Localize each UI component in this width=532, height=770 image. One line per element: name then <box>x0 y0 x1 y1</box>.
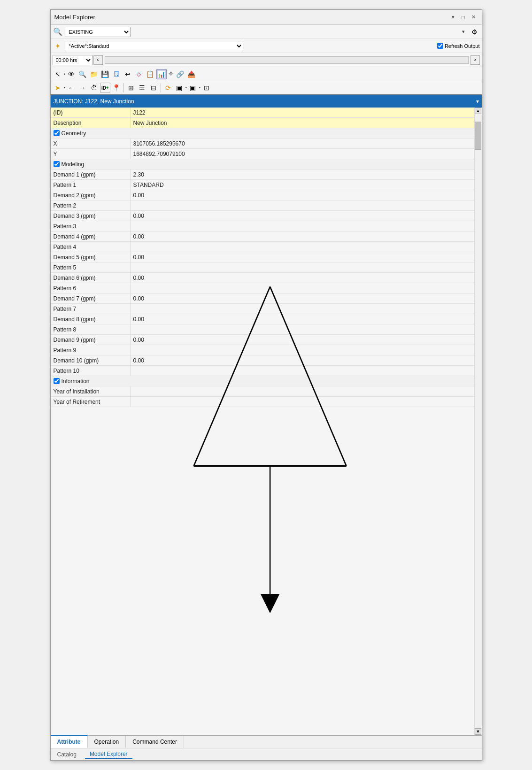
history-icon[interactable]: ⏱ <box>89 83 99 93</box>
prop-label: Pattern 7 <box>51 304 131 314</box>
scroll-up-button[interactable]: ▲ <box>475 108 481 114</box>
link-icon[interactable]: 🔗 <box>175 69 185 79</box>
time-slider[interactable] <box>105 56 469 64</box>
prop-label: Demand 3 (gpm) <box>51 211 131 221</box>
prop-label: Pattern 4 <box>51 242 131 252</box>
table-row: Information <box>51 376 474 386</box>
scrollbar[interactable]: ▲ ▼ <box>474 108 482 735</box>
id-label: ID <box>101 85 106 91</box>
prop-value <box>131 397 474 407</box>
prop-label: Demand 9 (gpm) <box>51 335 131 345</box>
table-row: Demand 1 (gpm) 2.30 <box>51 169 474 180</box>
rotate-icon[interactable]: ⟳ <box>163 83 173 93</box>
float-button[interactable]: □ <box>459 13 468 22</box>
table-row[interactable]: (ID) J122 <box>51 108 474 118</box>
model-search-icon[interactable]: 🔍 <box>53 27 63 37</box>
close-button[interactable]: ✕ <box>470 13 478 22</box>
refresh-output-label[interactable]: Refresh Output <box>437 43 480 49</box>
prop-label: Pattern 10 <box>51 366 131 376</box>
cursor-icon[interactable]: ↖ <box>53 69 63 79</box>
grid-icon[interactable]: ⊡ <box>201 83 212 93</box>
section-label-text: Modeling <box>62 161 85 168</box>
section-checkbox[interactable] <box>54 378 60 384</box>
table-row: Demand 8 (gpm) 0.00 <box>51 314 474 324</box>
prop-label: Demand 6 (gpm) <box>51 273 131 283</box>
prop-label: Pattern 6 <box>51 283 131 293</box>
cursor-indicator: ⌖ <box>169 69 173 79</box>
prop-label: Demand 4 (gpm) <box>51 231 131 241</box>
nav-forward-button[interactable]: > <box>470 55 480 65</box>
properties-table[interactable]: (ID) J122 Description New Junction Geome… <box>51 108 474 407</box>
existing-dropdown[interactable]: EXISTING <box>65 27 131 37</box>
prop-label: Y <box>51 149 131 159</box>
eye-icon[interactable]: 👁 <box>66 69 77 79</box>
tab-operation[interactable]: Operation <box>88 736 126 748</box>
forward-icon[interactable]: → <box>77 83 88 93</box>
undo-icon[interactable]: ↩ <box>123 69 133 79</box>
table-row: X 3107056.185295670 <box>51 139 474 149</box>
save2-icon[interactable]: 🖫 <box>111 69 122 79</box>
bottom-tab-model-explorer[interactable]: Model Explorer <box>85 750 132 759</box>
eraser-icon[interactable]: ◇ <box>134 69 144 79</box>
table-row: Demand 5 (gpm) 0.00 <box>51 252 474 262</box>
dropdown-arrow[interactable]: ▾ <box>459 28 468 36</box>
prop-value: 0.00 <box>131 355 474 365</box>
table-row: Pattern 8 <box>51 324 474 335</box>
prop-label: Demand 7 (gpm) <box>51 293 131 303</box>
align3-icon[interactable]: ⊟ <box>148 83 159 93</box>
scroll-down-button[interactable]: ▼ <box>475 728 481 735</box>
title-controls: ▾ □ ✕ <box>449 13 478 22</box>
section-checkbox[interactable] <box>54 130 60 136</box>
refresh-output-checkbox[interactable] <box>437 43 443 49</box>
settings-icon[interactable]: ⚙ <box>470 27 480 37</box>
prop-value: 2.30 <box>131 169 474 179</box>
layer2-icon[interactable]: ▣ <box>188 83 198 93</box>
save1-icon[interactable]: 💾 <box>100 69 110 79</box>
table-row: Demand 6 (gpm) 0.00 <box>51 273 474 283</box>
import-icon[interactable]: 📋 <box>145 69 155 79</box>
folder-icon[interactable]: 📁 <box>89 69 99 79</box>
prop-label: X <box>51 139 131 148</box>
prop-value <box>131 386 474 396</box>
back-icon[interactable]: ← <box>66 83 77 93</box>
align2-icon[interactable]: ☰ <box>137 83 147 93</box>
id-plus-icon[interactable]: ID+ <box>100 83 110 93</box>
export-icon[interactable]: 📤 <box>186 69 197 79</box>
dot-sep3: • <box>185 85 187 90</box>
layer1-icon[interactable]: ▣ <box>174 83 185 93</box>
prop-value[interactable]: New Junction <box>131 118 474 128</box>
prop-value[interactable]: J122 <box>131 108 474 117</box>
dot-sep2: • <box>64 85 65 90</box>
marker-icon[interactable]: 📍 <box>111 83 122 93</box>
table-row: Geometry <box>51 128 474 139</box>
active-icon[interactable]: ✦ <box>53 41 63 51</box>
scroll-thumb[interactable] <box>475 122 481 150</box>
dot-separator: • <box>64 72 65 77</box>
table-row[interactable]: Description New Junction <box>51 118 474 128</box>
prop-value <box>131 262 474 272</box>
zoom-icon[interactable]: 🔍 <box>77 69 88 79</box>
window-title: Model Explorer <box>54 14 95 21</box>
prop-label: Demand 8 (gpm) <box>51 314 131 324</box>
prop-value <box>131 345 474 355</box>
prop-value: 0.00 <box>131 293 474 303</box>
tab-command-center[interactable]: Command Center <box>126 736 184 748</box>
nav-back-button[interactable]: < <box>93 55 103 65</box>
bottom-tab-catalog[interactable]: Catalog <box>53 750 81 759</box>
chart-icon[interactable]: 📊 <box>156 69 167 79</box>
prop-value: 1684892.709079100 <box>131 149 474 159</box>
prop-label: Year of Installation <box>51 386 131 396</box>
time-dropdown[interactable]: 00:00 hrs <box>53 55 93 65</box>
junction-dropdown-icon[interactable]: ▾ <box>476 98 479 105</box>
table-row: Pattern 4 <box>51 242 474 252</box>
section-checkbox[interactable] <box>54 161 60 167</box>
table-row: Pattern 9 <box>51 345 474 355</box>
prop-value: 0.00 <box>131 273 474 283</box>
tab-bar: Attribute Operation Command Center <box>51 735 482 748</box>
tab-attribute[interactable]: Attribute <box>51 735 88 748</box>
active-standard-dropdown[interactable]: *Active*:Standard <box>65 41 243 51</box>
prop-label: Year of Retirement <box>51 397 131 407</box>
arrow-tool-icon[interactable]: ➤ <box>53 83 63 93</box>
pin-button[interactable]: ▾ <box>449 13 457 22</box>
align1-icon[interactable]: ⊞ <box>126 83 136 93</box>
